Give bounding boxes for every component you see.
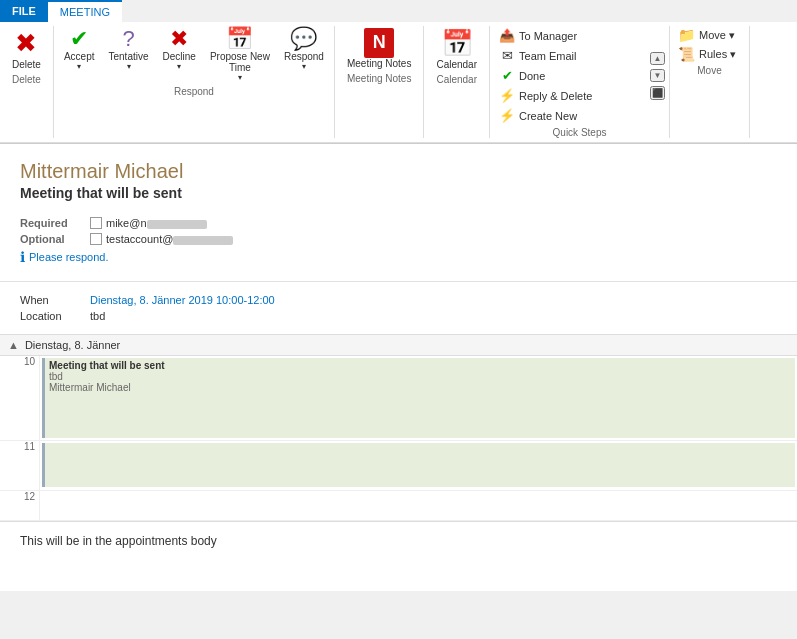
cal-event[interactable]: Meeting that will be sent tbd Mittermair… — [42, 358, 795, 438]
required-value: mike@n — [90, 217, 207, 229]
group-move-label: Move — [674, 65, 745, 76]
body-text: This will be in the appointments body — [20, 534, 777, 548]
required-email: mike@n — [106, 217, 207, 229]
respond-caret: ▾ — [302, 62, 306, 71]
propose-label2: Time — [229, 62, 251, 73]
main-content: Mittermair Michael Meeting that will be … — [0, 144, 797, 591]
cal-slot-11 — [40, 441, 797, 490]
location-label: Location — [20, 310, 90, 322]
qs-create-new-label: Create New — [519, 110, 577, 122]
divider-1 — [0, 281, 797, 282]
cal-hour-10: 10 — [0, 356, 40, 440]
move-icon: 📁 — [678, 27, 695, 43]
please-respond-text: Please respond. — [29, 251, 109, 263]
cal-event-organizer: Mittermair Michael — [49, 382, 791, 393]
calendar-label: Calendar — [436, 59, 477, 70]
group-respond: ✔ Accept ▾ ? Tentative ▾ ✖ Decline ▾ 📅 P… — [54, 26, 335, 138]
meeting-notes-label: Meeting Notes — [347, 58, 411, 69]
tentative-button[interactable]: ? Tentative ▾ — [102, 26, 154, 73]
cal-hour-12: 12 — [0, 491, 40, 520]
respond-label: Respond — [284, 51, 324, 62]
qs-expand[interactable]: ⬛ — [650, 86, 665, 100]
location-row: Location tbd — [20, 310, 777, 322]
decline-label: Decline — [163, 51, 196, 62]
meeting-header: Mittermair Michael Meeting that will be … — [0, 144, 797, 209]
cal-row-12: 12 — [0, 491, 797, 521]
group-meeting-notes: N Meeting Notes Meeting Notes — [335, 26, 424, 138]
accept-icon: ✔ — [70, 28, 88, 50]
info-icon: ℹ — [20, 249, 25, 265]
propose-label: Propose New — [210, 51, 270, 62]
rules-button[interactable]: 📜 Rules ▾ — [674, 45, 745, 63]
calendar-section: ▲ Dienstag, 8. Jänner 10 Meeting that wi… — [0, 334, 797, 521]
when-value: Dienstag, 8. Jänner 2019 10:00-12:00 — [90, 294, 275, 306]
cal-slot-12 — [40, 491, 797, 520]
move-button[interactable]: 📁 Move ▾ — [674, 26, 745, 44]
group-delete-label: Delete — [12, 74, 41, 85]
group-quicksteps-label: Quick Steps — [494, 127, 665, 138]
tentative-icon: ? — [122, 28, 134, 50]
cal-event-continued — [42, 443, 795, 487]
when-label: When — [20, 294, 90, 306]
qs-create-new[interactable]: ⚡ Create New — [494, 106, 648, 125]
qs-to-manager[interactable]: 📤 To Manager — [494, 26, 648, 45]
cal-row-10: 10 Meeting that will be sent tbd Mitterm… — [0, 356, 797, 441]
group-respond-label: Respond — [174, 86, 214, 97]
cal-slot-10: Meeting that will be sent tbd Mittermair… — [40, 356, 797, 440]
meeting-sender: Mittermair Michael — [20, 160, 777, 183]
cal-collapse-button[interactable]: ▲ — [8, 339, 19, 351]
qs-scroll-up[interactable]: ▲ — [650, 52, 665, 65]
cal-event-title: Meeting that will be sent — [49, 360, 791, 371]
ribbon-content: ✖ Delete Delete ✔ Accept ▾ ? Tentative ▾ — [0, 22, 797, 143]
group-calendar: 📅 Calendar Calendar — [424, 26, 490, 138]
propose-caret: ▾ — [238, 73, 242, 82]
tab-file[interactable]: FILE — [0, 0, 48, 22]
qs-team-email[interactable]: ✉ Team Email — [494, 46, 648, 65]
meeting-notes-button[interactable]: N Meeting Notes — [339, 26, 419, 71]
qs-team-email-label: Team Email — [519, 50, 576, 62]
delete-icon: ✖ — [15, 28, 37, 59]
tentative-label: Tentative — [108, 51, 148, 62]
cal-hour-11: 11 — [0, 441, 40, 490]
team-email-icon: ✉ — [499, 48, 515, 63]
ribbon-tabs: FILE MEETING — [0, 0, 797, 22]
respond-button[interactable]: 💬 Respond ▾ — [278, 26, 330, 73]
delete-label: Delete — [12, 59, 41, 70]
location-value: tbd — [90, 310, 105, 322]
cal-event-location: tbd — [49, 371, 791, 382]
propose-icon: 📅 — [226, 28, 253, 50]
decline-caret: ▾ — [177, 62, 181, 71]
group-delete: ✖ Delete Delete — [0, 26, 54, 138]
propose-button[interactable]: 📅 Propose New Time ▾ — [204, 26, 276, 84]
ribbon: FILE MEETING ✖ Delete Delete ✔ Accept ▾ — [0, 0, 797, 144]
qs-reply-delete[interactable]: ⚡ Reply & Delete — [494, 86, 648, 105]
decline-button[interactable]: ✖ Decline ▾ — [157, 26, 202, 73]
accept-button[interactable]: ✔ Accept ▾ — [58, 26, 101, 73]
required-checkbox — [90, 217, 102, 229]
optional-row: Optional testaccount@ — [20, 233, 777, 245]
qs-scroll-down[interactable]: ▼ — [650, 69, 665, 82]
please-respond-row: ℹ Please respond. — [20, 249, 777, 265]
tab-meeting[interactable]: MEETING — [48, 0, 122, 22]
group-move: 📁 Move ▾ 📜 Rules ▾ Move — [670, 26, 750, 138]
qs-done[interactable]: ✔ Done — [494, 66, 648, 85]
accept-caret: ▾ — [77, 62, 81, 71]
body-section: This will be in the appointments body — [0, 521, 797, 591]
accept-label: Accept — [64, 51, 95, 62]
qs-done-label: Done — [519, 70, 545, 82]
group-quicksteps: 📤 To Manager ✉ Team Email ✔ Done ⚡ Reply… — [490, 26, 670, 138]
calendar-button[interactable]: 📅 Calendar — [428, 26, 485, 72]
cal-day-label: Dienstag, 8. Jänner — [25, 339, 120, 351]
qs-reply-delete-label: Reply & Delete — [519, 90, 592, 102]
move-label: Move ▾ — [699, 29, 735, 42]
group-meeting-notes-grouplabel: Meeting Notes — [347, 73, 411, 84]
rules-label: Rules ▾ — [699, 48, 736, 61]
meeting-subject: Meeting that will be sent — [20, 185, 777, 201]
delete-button[interactable]: ✖ Delete — [4, 26, 49, 72]
decline-icon: ✖ — [170, 28, 188, 50]
cal-row-11: 11 — [0, 441, 797, 491]
tentative-caret: ▾ — [127, 62, 131, 71]
optional-email: testaccount@ — [106, 233, 233, 245]
meeting-details: Required mike@n Optional testaccount@ ℹ … — [0, 209, 797, 273]
optional-checkbox — [90, 233, 102, 245]
